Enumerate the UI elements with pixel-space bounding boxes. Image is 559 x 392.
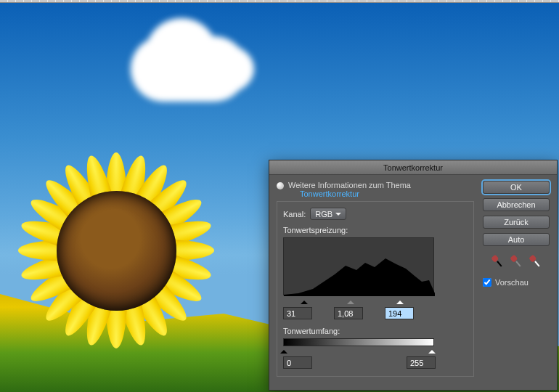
shadow-input[interactable]	[283, 307, 312, 319]
output-gradient	[283, 338, 434, 346]
cancel-button[interactable]: Abbrechen	[483, 198, 550, 211]
output-levels-label: Tonwertumfang:	[283, 327, 468, 335]
lightbulb-icon	[277, 182, 284, 189]
set-gray-eyedropper-icon[interactable]	[507, 252, 525, 270]
gamma-input[interactable]	[334, 307, 363, 319]
hint-link[interactable]: Tonwertkorrektur	[300, 189, 359, 198]
histogram	[283, 237, 434, 295]
channel-label: Kanal:	[283, 210, 306, 219]
preview-checkbox[interactable]	[483, 278, 491, 287]
shadow-slider-icon[interactable]	[301, 297, 308, 304]
output-low-slider-icon[interactable]	[280, 346, 287, 354]
hint-row: Weitere Informationen zum Thema Tonwertk…	[277, 181, 474, 198]
ok-button[interactable]: OK	[483, 181, 550, 194]
dialog-title[interactable]: Tonwertkorrektur	[269, 160, 557, 175]
input-levels-label: Tonwertspreizung:	[283, 226, 468, 234]
highlight-input[interactable]	[385, 307, 414, 319]
input-slider[interactable]	[283, 297, 434, 304]
output-high-input[interactable]	[407, 356, 436, 369]
ruler-top	[0, 0, 559, 3]
cloud	[131, 36, 247, 102]
sunflower	[4, 138, 229, 363]
auto-button[interactable]: Auto	[483, 233, 550, 246]
output-high-slider-icon[interactable]	[428, 346, 436, 354]
hint-text: Weitere Informationen zum Thema	[288, 181, 411, 189]
preview-label: Vorschau	[495, 278, 529, 287]
set-white-eyedropper-icon[interactable]	[526, 252, 544, 270]
set-black-eyedropper-icon[interactable]	[488, 252, 506, 270]
image-canvas: Tonwertkorrektur Weitere Informationen z…	[0, 0, 559, 392]
channel-select[interactable]: RGB	[310, 208, 346, 220]
midtone-slider-icon[interactable]	[347, 297, 354, 304]
back-button[interactable]: Zurück	[483, 216, 550, 229]
output-low-input[interactable]	[283, 356, 312, 369]
levels-dialog: Tonwertkorrektur Weitere Informationen z…	[269, 160, 558, 391]
output-slider[interactable]	[283, 346, 434, 354]
highlight-slider-icon[interactable]	[396, 297, 404, 304]
